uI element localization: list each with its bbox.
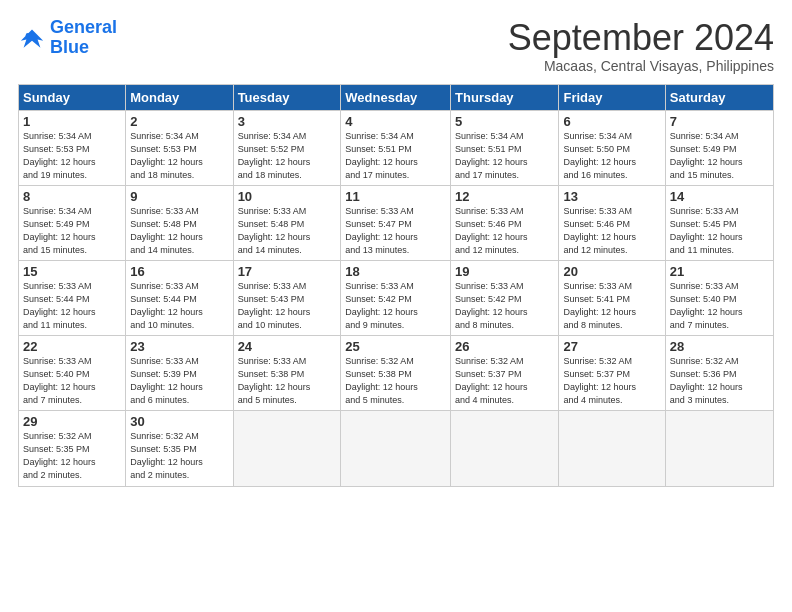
day-number: 8 xyxy=(23,189,121,204)
calendar-cell: 29Sunrise: 5:32 AM Sunset: 5:35 PM Dayli… xyxy=(19,411,126,486)
day-info: Sunrise: 5:34 AM Sunset: 5:51 PM Dayligh… xyxy=(455,130,554,182)
calendar-cell: 7Sunrise: 5:34 AM Sunset: 5:49 PM Daylig… xyxy=(665,110,773,185)
day-info: Sunrise: 5:32 AM Sunset: 5:36 PM Dayligh… xyxy=(670,355,769,407)
day-number: 12 xyxy=(455,189,554,204)
calendar-cell: 19Sunrise: 5:33 AM Sunset: 5:42 PM Dayli… xyxy=(451,260,559,335)
day-info: Sunrise: 5:34 AM Sunset: 5:51 PM Dayligh… xyxy=(345,130,446,182)
day-number: 17 xyxy=(238,264,337,279)
day-info: Sunrise: 5:32 AM Sunset: 5:37 PM Dayligh… xyxy=(455,355,554,407)
day-info: Sunrise: 5:33 AM Sunset: 5:47 PM Dayligh… xyxy=(345,205,446,257)
day-number: 27 xyxy=(563,339,660,354)
day-number: 28 xyxy=(670,339,769,354)
calendar-cell xyxy=(665,411,773,486)
calendar-cell: 28Sunrise: 5:32 AM Sunset: 5:36 PM Dayli… xyxy=(665,336,773,411)
day-number: 5 xyxy=(455,114,554,129)
calendar-week-5: 29Sunrise: 5:32 AM Sunset: 5:35 PM Dayli… xyxy=(19,411,774,486)
day-number: 15 xyxy=(23,264,121,279)
day-info: Sunrise: 5:33 AM Sunset: 5:46 PM Dayligh… xyxy=(563,205,660,257)
logo-text: General xyxy=(50,18,117,38)
calendar-week-3: 15Sunrise: 5:33 AM Sunset: 5:44 PM Dayli… xyxy=(19,260,774,335)
calendar-cell: 14Sunrise: 5:33 AM Sunset: 5:45 PM Dayli… xyxy=(665,185,773,260)
day-info: Sunrise: 5:33 AM Sunset: 5:40 PM Dayligh… xyxy=(23,355,121,407)
header: General Blue September 2024 Macaas, Cent… xyxy=(18,18,774,74)
day-number: 20 xyxy=(563,264,660,279)
calendar-header-monday: Monday xyxy=(126,84,233,110)
day-number: 30 xyxy=(130,414,228,429)
day-info: Sunrise: 5:33 AM Sunset: 5:38 PM Dayligh… xyxy=(238,355,337,407)
day-info: Sunrise: 5:34 AM Sunset: 5:53 PM Dayligh… xyxy=(23,130,121,182)
day-info: Sunrise: 5:33 AM Sunset: 5:46 PM Dayligh… xyxy=(455,205,554,257)
calendar: SundayMondayTuesdayWednesdayThursdayFrid… xyxy=(18,84,774,487)
day-number: 2 xyxy=(130,114,228,129)
calendar-cell: 16Sunrise: 5:33 AM Sunset: 5:44 PM Dayli… xyxy=(126,260,233,335)
calendar-cell: 23Sunrise: 5:33 AM Sunset: 5:39 PM Dayli… xyxy=(126,336,233,411)
calendar-cell: 4Sunrise: 5:34 AM Sunset: 5:51 PM Daylig… xyxy=(341,110,451,185)
day-number: 18 xyxy=(345,264,446,279)
day-info: Sunrise: 5:34 AM Sunset: 5:50 PM Dayligh… xyxy=(563,130,660,182)
day-info: Sunrise: 5:33 AM Sunset: 5:39 PM Dayligh… xyxy=(130,355,228,407)
calendar-header-tuesday: Tuesday xyxy=(233,84,341,110)
calendar-cell: 9Sunrise: 5:33 AM Sunset: 5:48 PM Daylig… xyxy=(126,185,233,260)
day-info: Sunrise: 5:33 AM Sunset: 5:43 PM Dayligh… xyxy=(238,280,337,332)
day-number: 14 xyxy=(670,189,769,204)
day-number: 25 xyxy=(345,339,446,354)
calendar-cell: 18Sunrise: 5:33 AM Sunset: 5:42 PM Dayli… xyxy=(341,260,451,335)
day-number: 1 xyxy=(23,114,121,129)
day-info: Sunrise: 5:33 AM Sunset: 5:48 PM Dayligh… xyxy=(238,205,337,257)
calendar-cell: 11Sunrise: 5:33 AM Sunset: 5:47 PM Dayli… xyxy=(341,185,451,260)
calendar-week-4: 22Sunrise: 5:33 AM Sunset: 5:40 PM Dayli… xyxy=(19,336,774,411)
day-number: 4 xyxy=(345,114,446,129)
day-info: Sunrise: 5:34 AM Sunset: 5:52 PM Dayligh… xyxy=(238,130,337,182)
calendar-cell: 12Sunrise: 5:33 AM Sunset: 5:46 PM Dayli… xyxy=(451,185,559,260)
day-number: 9 xyxy=(130,189,228,204)
calendar-cell: 3Sunrise: 5:34 AM Sunset: 5:52 PM Daylig… xyxy=(233,110,341,185)
logo-text2: Blue xyxy=(50,38,117,58)
day-info: Sunrise: 5:34 AM Sunset: 5:49 PM Dayligh… xyxy=(670,130,769,182)
day-info: Sunrise: 5:32 AM Sunset: 5:35 PM Dayligh… xyxy=(130,430,228,482)
day-info: Sunrise: 5:33 AM Sunset: 5:44 PM Dayligh… xyxy=(23,280,121,332)
calendar-cell: 22Sunrise: 5:33 AM Sunset: 5:40 PM Dayli… xyxy=(19,336,126,411)
day-number: 11 xyxy=(345,189,446,204)
calendar-cell: 30Sunrise: 5:32 AM Sunset: 5:35 PM Dayli… xyxy=(126,411,233,486)
calendar-header-wednesday: Wednesday xyxy=(341,84,451,110)
day-number: 23 xyxy=(130,339,228,354)
month-title: September 2024 xyxy=(508,18,774,58)
calendar-cell: 10Sunrise: 5:33 AM Sunset: 5:48 PM Dayli… xyxy=(233,185,341,260)
calendar-body: 1Sunrise: 5:34 AM Sunset: 5:53 PM Daylig… xyxy=(19,110,774,486)
day-number: 7 xyxy=(670,114,769,129)
calendar-header-sunday: Sunday xyxy=(19,84,126,110)
day-number: 22 xyxy=(23,339,121,354)
day-number: 6 xyxy=(563,114,660,129)
day-number: 26 xyxy=(455,339,554,354)
day-info: Sunrise: 5:33 AM Sunset: 5:45 PM Dayligh… xyxy=(670,205,769,257)
calendar-cell: 1Sunrise: 5:34 AM Sunset: 5:53 PM Daylig… xyxy=(19,110,126,185)
day-number: 10 xyxy=(238,189,337,204)
calendar-cell: 15Sunrise: 5:33 AM Sunset: 5:44 PM Dayli… xyxy=(19,260,126,335)
day-info: Sunrise: 5:34 AM Sunset: 5:53 PM Dayligh… xyxy=(130,130,228,182)
calendar-week-2: 8Sunrise: 5:34 AM Sunset: 5:49 PM Daylig… xyxy=(19,185,774,260)
calendar-cell: 2Sunrise: 5:34 AM Sunset: 5:53 PM Daylig… xyxy=(126,110,233,185)
calendar-cell: 20Sunrise: 5:33 AM Sunset: 5:41 PM Dayli… xyxy=(559,260,665,335)
day-info: Sunrise: 5:33 AM Sunset: 5:40 PM Dayligh… xyxy=(670,280,769,332)
day-number: 29 xyxy=(23,414,121,429)
calendar-cell: 17Sunrise: 5:33 AM Sunset: 5:43 PM Dayli… xyxy=(233,260,341,335)
svg-point-1 xyxy=(26,33,30,37)
calendar-cell: 8Sunrise: 5:34 AM Sunset: 5:49 PM Daylig… xyxy=(19,185,126,260)
logo-bird-icon xyxy=(18,24,46,52)
day-number: 19 xyxy=(455,264,554,279)
day-info: Sunrise: 5:33 AM Sunset: 5:48 PM Dayligh… xyxy=(130,205,228,257)
calendar-header-thursday: Thursday xyxy=(451,84,559,110)
day-info: Sunrise: 5:33 AM Sunset: 5:42 PM Dayligh… xyxy=(345,280,446,332)
logo: General Blue xyxy=(18,18,117,58)
calendar-header-row: SundayMondayTuesdayWednesdayThursdayFrid… xyxy=(19,84,774,110)
calendar-cell: 5Sunrise: 5:34 AM Sunset: 5:51 PM Daylig… xyxy=(451,110,559,185)
day-info: Sunrise: 5:33 AM Sunset: 5:41 PM Dayligh… xyxy=(563,280,660,332)
calendar-cell: 6Sunrise: 5:34 AM Sunset: 5:50 PM Daylig… xyxy=(559,110,665,185)
day-number: 21 xyxy=(670,264,769,279)
day-info: Sunrise: 5:33 AM Sunset: 5:44 PM Dayligh… xyxy=(130,280,228,332)
calendar-cell: 21Sunrise: 5:33 AM Sunset: 5:40 PM Dayli… xyxy=(665,260,773,335)
day-number: 3 xyxy=(238,114,337,129)
calendar-cell: 13Sunrise: 5:33 AM Sunset: 5:46 PM Dayli… xyxy=(559,185,665,260)
calendar-cell xyxy=(341,411,451,486)
calendar-cell xyxy=(559,411,665,486)
